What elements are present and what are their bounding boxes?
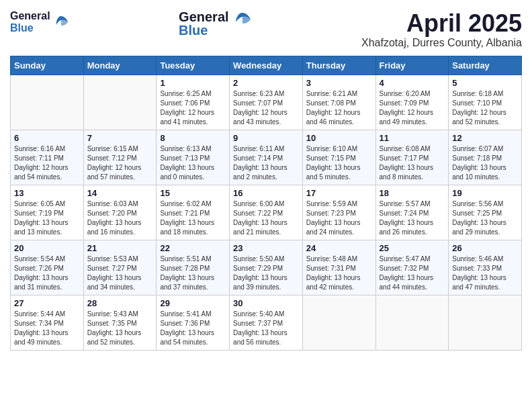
calendar-cell: 14Sunrise: 6:03 AMSunset: 7:20 PMDayligh…: [83, 185, 157, 240]
calendar-cell: 28Sunrise: 5:43 AMSunset: 7:35 PMDayligh…: [83, 295, 157, 350]
day-info: Sunrise: 6:15 AMSunset: 7:12 PMDaylight:…: [87, 144, 153, 182]
day-number: 17: [306, 188, 372, 198]
day-number: 28: [87, 298, 153, 308]
day-info: Sunrise: 6:21 AMSunset: 7:08 PMDaylight:…: [306, 89, 372, 127]
day-number: 1: [160, 78, 226, 88]
logo-blue: Blue: [10, 22, 34, 34]
day-info: Sunrise: 6:07 AMSunset: 7:18 PMDaylight:…: [452, 144, 518, 182]
day-number: 6: [14, 133, 80, 143]
calendar-cell: 22Sunrise: 5:51 AMSunset: 7:28 PMDayligh…: [157, 240, 230, 295]
month-title: April 2025: [361, 10, 522, 37]
day-info: Sunrise: 6:00 AMSunset: 7:22 PMDaylight:…: [233, 199, 299, 237]
calendar-cell: 7Sunrise: 6:15 AMSunset: 7:12 PMDaylight…: [83, 130, 157, 185]
day-number: 5: [452, 78, 518, 88]
day-info: Sunrise: 6:05 AMSunset: 7:19 PMDaylight:…: [14, 199, 80, 237]
calendar-cell: 29Sunrise: 5:41 AMSunset: 7:36 PMDayligh…: [157, 295, 230, 350]
calendar-cell: [11, 75, 84, 130]
calendar-cell: 21Sunrise: 5:53 AMSunset: 7:27 PMDayligh…: [83, 240, 157, 295]
day-info: Sunrise: 6:23 AMSunset: 7:07 PMDaylight:…: [233, 89, 299, 127]
day-info: Sunrise: 5:50 AMSunset: 7:29 PMDaylight:…: [233, 255, 299, 292]
day-info: Sunrise: 5:43 AMSunset: 7:35 PMDaylight:…: [87, 310, 153, 347]
logo: General Blue: [10, 10, 69, 34]
calendar-week-row: 13Sunrise: 6:05 AMSunset: 7:19 PMDayligh…: [11, 185, 522, 240]
day-number: 16: [233, 188, 299, 198]
day-info: Sunrise: 5:54 AMSunset: 7:26 PMDaylight:…: [14, 255, 80, 292]
calendar-cell: 4Sunrise: 6:20 AMSunset: 7:09 PMDaylight…: [375, 75, 449, 130]
day-info: Sunrise: 6:16 AMSunset: 7:11 PMDaylight:…: [14, 144, 80, 182]
day-info: Sunrise: 5:41 AMSunset: 7:36 PMDaylight:…: [160, 310, 226, 347]
day-info: Sunrise: 5:44 AMSunset: 7:34 PMDaylight:…: [14, 310, 80, 347]
calendar-week-row: 27Sunrise: 5:44 AMSunset: 7:34 PMDayligh…: [11, 295, 522, 350]
day-number: 19: [452, 188, 518, 198]
day-number: 25: [380, 243, 445, 253]
calendar-cell: 1Sunrise: 6:25 AMSunset: 7:06 PMDaylight…: [157, 75, 230, 130]
logo-bird-icon: [53, 14, 69, 30]
day-number: 14: [87, 188, 153, 198]
day-number: 20: [14, 243, 80, 253]
day-number: 13: [14, 188, 80, 198]
day-number: 23: [233, 243, 299, 253]
page-header: General Blue General Blue April 2025 Xha…: [10, 10, 522, 49]
title-section: April 2025 Xhafzotaj, Durres County, Alb…: [361, 10, 522, 49]
day-info: Sunrise: 6:08 AMSunset: 7:17 PMDaylight:…: [380, 144, 445, 182]
day-info: Sunrise: 5:59 AMSunset: 7:23 PMDaylight:…: [306, 199, 372, 237]
calendar-cell: 30Sunrise: 5:40 AMSunset: 7:37 PMDayligh…: [230, 295, 303, 350]
calendar-cell: 2Sunrise: 6:23 AMSunset: 7:07 PMDaylight…: [230, 75, 303, 130]
day-number: 27: [14, 298, 80, 308]
calendar-week-row: 6Sunrise: 6:16 AMSunset: 7:11 PMDaylight…: [11, 130, 522, 185]
calendar-cell: 15Sunrise: 6:02 AMSunset: 7:21 PMDayligh…: [157, 185, 230, 240]
logo-bird-icon: [233, 10, 252, 29]
logo-general-text: General: [179, 10, 228, 24]
day-number: 15: [160, 188, 226, 198]
calendar-cell: 8Sunrise: 6:13 AMSunset: 7:13 PMDaylight…: [157, 130, 230, 185]
calendar-cell: 20Sunrise: 5:54 AMSunset: 7:26 PMDayligh…: [11, 240, 84, 295]
calendar-cell: [302, 295, 375, 350]
day-number: 7: [87, 133, 153, 143]
day-info: Sunrise: 5:48 AMSunset: 7:31 PMDaylight:…: [306, 255, 372, 292]
calendar-cell: 19Sunrise: 5:56 AMSunset: 7:25 PMDayligh…: [449, 185, 522, 240]
day-info: Sunrise: 5:47 AMSunset: 7:32 PMDaylight:…: [380, 255, 445, 292]
day-info: Sunrise: 5:53 AMSunset: 7:27 PMDaylight:…: [87, 255, 153, 292]
calendar-cell: 3Sunrise: 6:21 AMSunset: 7:08 PMDaylight…: [302, 75, 375, 130]
weekday-header-sunday: Sunday: [11, 56, 84, 75]
calendar-cell: [375, 295, 449, 350]
logo-general: General: [10, 10, 50, 22]
calendar-cell: 5Sunrise: 6:18 AMSunset: 7:10 PMDaylight…: [449, 75, 522, 130]
day-info: Sunrise: 5:56 AMSunset: 7:25 PMDaylight:…: [452, 199, 518, 237]
day-number: 4: [380, 78, 445, 88]
day-number: 10: [306, 133, 372, 143]
weekday-header-wednesday: Wednesday: [230, 56, 303, 75]
day-info: Sunrise: 6:25 AMSunset: 7:06 PMDaylight:…: [160, 89, 226, 127]
day-info: Sunrise: 6:10 AMSunset: 7:15 PMDaylight:…: [306, 144, 372, 182]
day-number: 8: [160, 133, 226, 143]
calendar-cell: 6Sunrise: 6:16 AMSunset: 7:11 PMDaylight…: [11, 130, 84, 185]
weekday-header-saturday: Saturday: [449, 56, 522, 75]
day-number: 2: [233, 78, 299, 88]
location-title: Xhafzotaj, Durres County, Albania: [361, 37, 522, 49]
day-number: 26: [452, 243, 518, 253]
day-number: 22: [160, 243, 226, 253]
weekday-header-thursday: Thursday: [302, 56, 375, 75]
calendar-cell: 26Sunrise: 5:46 AMSunset: 7:33 PMDayligh…: [449, 240, 522, 295]
day-info: Sunrise: 6:03 AMSunset: 7:20 PMDaylight:…: [87, 199, 153, 237]
weekday-header-monday: Monday: [83, 56, 157, 75]
calendar-cell: 9Sunrise: 6:11 AMSunset: 7:14 PMDaylight…: [230, 130, 303, 185]
logo-blue-text: Blue: [179, 24, 208, 37]
calendar-cell: 18Sunrise: 5:57 AMSunset: 7:24 PMDayligh…: [375, 185, 449, 240]
day-number: 30: [233, 298, 299, 308]
day-number: 29: [160, 298, 226, 308]
day-info: Sunrise: 6:18 AMSunset: 7:10 PMDaylight:…: [452, 89, 518, 127]
weekday-header-row: SundayMondayTuesdayWednesdayThursdayFrid…: [11, 56, 522, 75]
calendar-cell: 27Sunrise: 5:44 AMSunset: 7:34 PMDayligh…: [11, 295, 84, 350]
calendar-cell: 13Sunrise: 6:05 AMSunset: 7:19 PMDayligh…: [11, 185, 84, 240]
calendar-cell: 23Sunrise: 5:50 AMSunset: 7:29 PMDayligh…: [230, 240, 303, 295]
day-number: 24: [306, 243, 372, 253]
calendar-cell: 12Sunrise: 6:07 AMSunset: 7:18 PMDayligh…: [449, 130, 522, 185]
calendar-table: SundayMondayTuesdayWednesdayThursdayFrid…: [10, 56, 522, 351]
calendar-cell: 17Sunrise: 5:59 AMSunset: 7:23 PMDayligh…: [302, 185, 375, 240]
day-info: Sunrise: 5:46 AMSunset: 7:33 PMDaylight:…: [452, 255, 518, 292]
day-info: Sunrise: 6:20 AMSunset: 7:09 PMDaylight:…: [380, 89, 445, 127]
calendar-cell: 10Sunrise: 6:10 AMSunset: 7:15 PMDayligh…: [302, 130, 375, 185]
calendar-cell: 25Sunrise: 5:47 AMSunset: 7:32 PMDayligh…: [375, 240, 449, 295]
weekday-header-friday: Friday: [375, 56, 449, 75]
